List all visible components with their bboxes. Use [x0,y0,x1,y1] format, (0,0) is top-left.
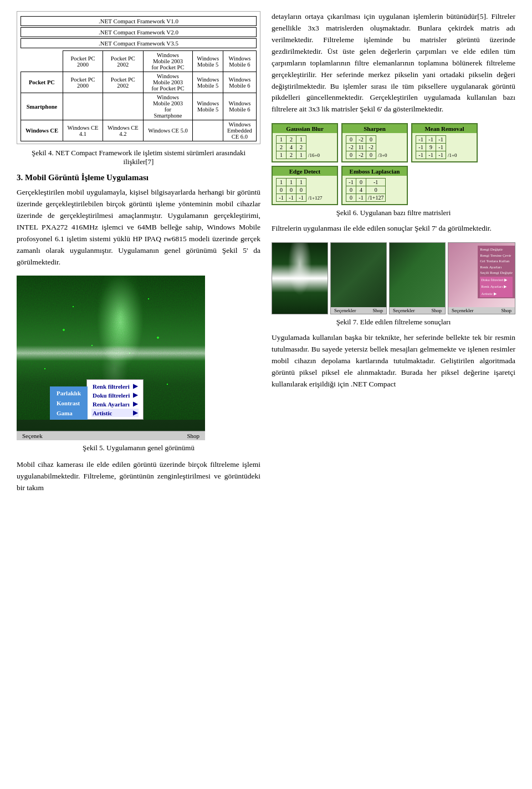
table-row-wince: Windows CE Windows CE4.1 Windows CE4.2 W… [21,120,257,141]
menu-renk-ayarlari[interactable]: Renk Ayarları ▶ [91,400,139,408]
fig7-caption: Şekil 7. Elde edilen filtreleme sonuçlar… [272,318,515,327]
fw-v1: .NET Compact Framework V1.0 [21,16,257,26]
menu-doku-filtreleri[interactable]: Doku filtreleri ▶ [91,391,139,399]
filter-edge-title: Edge Detect [273,167,337,176]
fig7-bar3-left: Seçenekler [452,308,473,313]
filter-edge-matrix: 111 000 -1-1-1/1+127 [276,178,324,202]
filter-sharpen: Sharpen 0-20 -211-2 0-20/3+0 [341,123,408,162]
fw-v2: .NET Compact Framework V2.0 [21,27,257,37]
menu-renk-filtreleri-label: Renk filtreleri [93,383,130,390]
table-row-pocketpc: Pocket PC Pocket PC2000 Pocket PC2002 Wi… [21,72,257,93]
menu-doku-label: Doku filtreleri [93,392,130,399]
filter-mean-matrix: -1-1-1 -19-1 -1-1-1/1+0 [416,135,459,159]
fig5-caption-text: Şekil 5. Uygulamanın genel görünümü [83,444,195,452]
cell-wce-2: Windows CE4.2 [103,120,143,141]
row-label-smartphone: Smartphone [21,93,63,120]
menu-renk-filtreleri[interactable]: Renk filtreleri ▶ [91,382,139,390]
fig7-bar2-left: Seçenekler [393,308,415,313]
filter-mean: Mean Removal -1-1-1 -19-1 -1-1-1/1+0 [411,123,478,162]
fig7-images: Seçenekler Shop Seçenekler Shop [272,242,515,314]
fig5-left-menu: Parlaklık Kontrast Gama [50,386,88,420]
cell-sp-4: WindowsMobile 5 [193,93,223,120]
menu-kontrast[interactable]: Kontrast [54,399,83,408]
fig6-caption: Şekil 6. Uygulanan bazı filtre matrisler… [272,208,515,217]
overlay-item1: Rengi Değiştir [480,247,513,253]
overlay-item2: Rengi Tersine Çevir [480,253,513,259]
fig7-panel3-img: Rengi Değiştir Rengi Tersine Çevir Gri T… [448,243,515,307]
menu-renk-ayarlari-label: Renk Ayarları [93,401,130,408]
arrow-icon2: ▶ [133,391,137,399]
cell-ppc-wm6: WindowsMobile 6 [223,72,256,93]
fig5-container: Parlaklık Kontrast Gama Renk filtreleri … [17,276,260,452]
right-p2: Filtrelerin uygulanması ile elde edilen … [272,223,515,235]
filter-row-2: Edge Detect 111 000 -1-1-1/1+127 Emboss … [272,166,515,205]
fig5-image: Parlaklık Kontrast Gama Renk filtreleri … [17,276,205,431]
filter-gaussian: Gaussian Blur 121 242 121/16+0 [272,123,338,162]
fig7-panel2-bar: Seçenekler Shop [390,307,445,314]
fig7-panel3: Rengi Değiştir Rengi Tersine Çevir Gri T… [448,242,515,314]
table-row-smartphone: Smartphone WindowsMobile 2003forSmartpho… [21,93,257,120]
arrow-icon4: ▶ [133,409,137,416]
overlay-artistic[interactable]: Artistic ▶ [480,291,513,298]
fig7-panel2-img [390,243,445,307]
cell-wce-3: Windows CE 5.0 [143,120,193,141]
overlay-item5: Seçili Rengi Değiştir [480,270,513,276]
fig7-panel2: Seçenekler Shop [389,242,446,314]
cell-ppc-wm2003: WindowsMobile 2003for Pocket PC [143,72,193,93]
filter-emboss-title: Emboss Laplascian [342,167,407,176]
fig7-panel3-bar: Seçenekler Shop [448,307,515,314]
menu-artistic-label: Artistic [93,410,112,416]
fig7-caption-num: Şekil 7. [336,318,359,326]
fig7-panel1-img [331,243,386,307]
fig5-caption: Şekil 5. Uygulamanın genel görünümü [17,444,260,452]
fig7-bar1-right: Shop [372,308,383,313]
fig4-container: .NET Compact Framework V1.0 .NET Compact… [17,11,260,166]
cell-sp-1 [63,93,103,120]
fig6-caption-text: Uygulanan bazı filtre matrisleri [360,208,451,217]
right-p3: Uygulamada kullanılan başka bir teknikte… [272,332,515,390]
fig5-bottom-left: Seçenek [22,432,43,439]
col-ppc2000: Pocket PC2000 [63,51,103,72]
fig7-caption-text: Elde edilen filtreleme sonuçları [360,318,451,326]
col-ppc2002: Pocket PC2002 [103,51,143,72]
filter-gaussian-title: Gaussian Blur [273,124,337,133]
fig4-table: Pocket PC2000 Pocket PC2002 WindowsMobil… [21,50,257,141]
fig7-panel1-bar: Seçenekler Shop [331,307,386,314]
fig7-panel1: Seçenekler Shop [330,242,387,314]
fig5-bottom-right: Shop [187,432,200,439]
cell-ppc-2000: Pocket PC2000 [63,72,103,93]
section3-p1: Gerçekleştirilen mobil uygulamayla, kişi… [17,187,260,268]
cell-wce-5: WindowsEmbeddedCE 6.0 [223,120,256,141]
fig7-container-wrap: Seçenekler Shop Seçenekler Shop [272,242,515,327]
fig5-menu-overlay: Parlaklık Kontrast Gama Renk filtreleri … [50,379,205,420]
col-wm2003: WindowsMobile 2003for Pocket PC [143,51,193,72]
fig6-caption-num: Şekil 6. [336,208,359,217]
col-wm5: WindowsMobile 5 [193,51,223,72]
fig7-bar1-left: Seçenekler [334,308,356,313]
section3-title: 3. Mobil Görüntü İşleme Uygulaması [17,173,260,182]
menu-artistic[interactable]: Artistic ▶ [91,409,139,417]
overlay-renk-ayar[interactable]: Renk Ayarları ▶ [480,283,513,291]
filter-row-1: Gaussian Blur 121 242 121/16+0 Sharpen 0… [272,123,515,162]
fig7-overlay-menu: Rengi Değiştir Rengi Tersine Çevir Gri T… [478,246,515,298]
fig6-container: Gaussian Blur 121 242 121/16+0 Sharpen 0… [272,123,515,217]
right-p1: detayların ortaya çıkarılması için uygul… [272,11,515,115]
fig4-caption: Şekil 4. NET Compact Framework ile işlet… [17,149,260,166]
filter-edge: Edge Detect 111 000 -1-1-1/1+127 [272,166,338,205]
row-label-pocketpc: Pocket PC [21,72,63,93]
arrow-icon3: ▶ [133,400,137,408]
fig7-bar3-right: Shop [501,308,511,313]
filter-emboss-matrix: -10-1 040 0-1/1+127 [346,178,386,202]
cell-ppc-wm5: WindowsMobile 5 [193,72,223,93]
fw-version-row1: .NET Compact Framework V1.0 .NET Compact… [21,16,257,48]
cell-sp-3: WindowsMobile 2003forSmartphone [143,93,193,120]
overlay-doku[interactable]: Doku filtreleri ▶ [480,277,513,284]
filter-emboss: Emboss Laplascian -10-1 040 0-1/1+127 [341,166,408,205]
menu-gama[interactable]: Gama [54,409,83,418]
menu-parlaklık[interactable]: Parlaklık [54,389,83,398]
cell-ppc-2002: Pocket PC2002 [103,72,143,93]
row-label-wince: Windows CE [21,120,63,141]
overlay-item4: Renk Ayarları [480,264,513,271]
fig5-right-menu: Renk filtreleri ▶ Doku filtreleri ▶ Renk… [86,379,144,420]
col-wm6: WindowsMobile 6 [223,51,256,72]
